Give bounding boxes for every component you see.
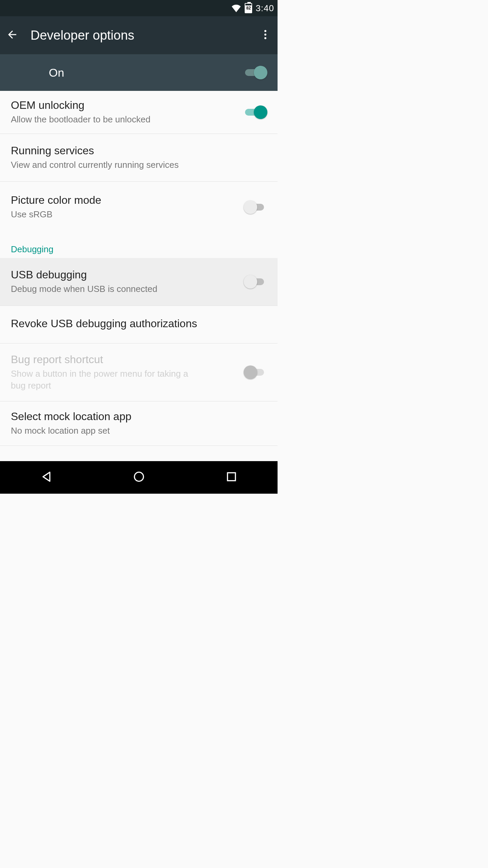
developer-options-master[interactable]: On (0, 54, 278, 91)
oem-toggle[interactable] (244, 105, 267, 119)
usb-subtitle: Debug mode when USB is connected (11, 283, 244, 295)
section-header-debugging: Debugging (0, 233, 278, 258)
bugreport-subtitle: Show a button in the power menu for taki… (11, 368, 201, 392)
wifi-icon (231, 4, 241, 12)
running-title: Running services (11, 144, 267, 157)
row-bug-report-shortcut: Bug report shortcut Show a button in the… (0, 343, 278, 401)
picture-title: Picture color mode (11, 194, 244, 206)
row-usb-debugging[interactable]: USB debugging Debug mode when USB is con… (0, 258, 278, 305)
back-icon[interactable] (6, 28, 18, 42)
nav-back-icon[interactable] (40, 470, 53, 485)
bugreport-toggle (244, 366, 267, 379)
status-bar: 82 3:40 (0, 0, 278, 16)
usb-title: USB debugging (11, 269, 244, 281)
svg-rect-4 (227, 473, 235, 480)
app-bar: Developer options (0, 16, 278, 54)
row-running-services[interactable]: Running services View and control curren… (0, 134, 278, 181)
page-title: Developer options (30, 28, 247, 43)
row-oem-unlocking[interactable]: OEM unlocking Allow the bootloader to be… (0, 91, 278, 134)
mock-title: Select mock location app (11, 410, 267, 423)
revoke-title: Revoke USB debugging authorizations (11, 317, 267, 330)
oem-title: OEM unlocking (11, 99, 244, 112)
overflow-menu-icon[interactable] (259, 28, 271, 42)
bugreport-title: Bug report shortcut (11, 353, 244, 366)
svg-point-2 (264, 37, 266, 39)
svg-point-1 (264, 34, 266, 36)
row-mock-location[interactable]: Select mock location app No mock locatio… (0, 401, 278, 446)
nav-bar (0, 461, 278, 494)
battery-level: 82 (246, 6, 251, 11)
master-label: On (49, 66, 244, 79)
picture-toggle[interactable] (244, 200, 267, 214)
running-subtitle: View and control currently running servi… (11, 159, 267, 171)
settings-list: On OEM unlocking Allow the bootloader to… (0, 54, 278, 461)
nav-recent-icon[interactable] (225, 470, 238, 485)
svg-point-3 (134, 472, 143, 481)
svg-point-0 (264, 30, 266, 32)
battery-icon: 82 (245, 3, 252, 13)
divider (0, 446, 278, 446)
status-time: 3:40 (256, 3, 274, 14)
oem-subtitle: Allow the bootloader to be unlocked (11, 114, 244, 125)
mock-subtitle: No mock location app set (11, 425, 267, 437)
row-revoke-usb[interactable]: Revoke USB debugging authorizations (0, 306, 278, 343)
row-picture-color-mode[interactable]: Picture color mode Use sRGB (0, 182, 278, 233)
usb-toggle[interactable] (244, 275, 267, 289)
master-toggle[interactable] (244, 66, 267, 79)
nav-home-icon[interactable] (132, 470, 146, 485)
picture-subtitle: Use sRGB (11, 209, 244, 220)
